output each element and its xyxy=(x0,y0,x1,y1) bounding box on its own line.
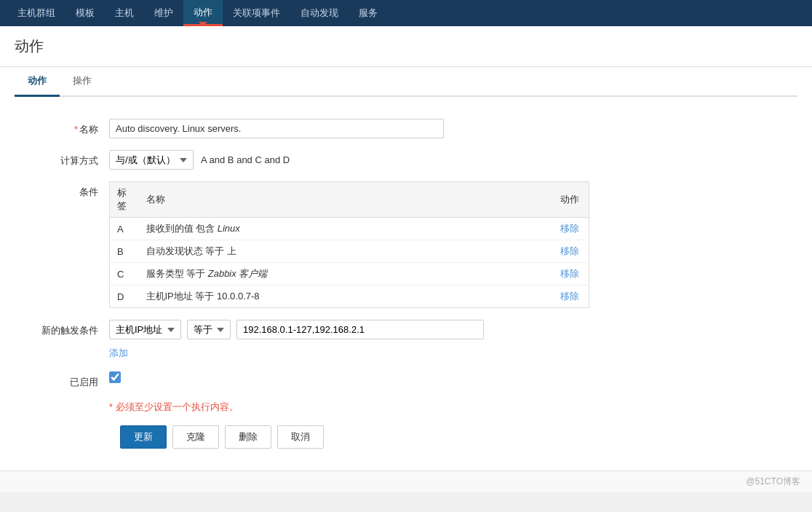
calc-select[interactable]: 与/或（默认） xyxy=(109,150,194,170)
name-row: *名称 xyxy=(15,119,797,138)
calc-control: 与/或（默认） A and B and C and D xyxy=(109,150,797,170)
calc-label: 计算方式 xyxy=(15,150,109,168)
tab-operations[interactable]: 操作 xyxy=(60,67,105,97)
top-navigation: 主机群组 模板 主机 维护 动作 关联项事件 自动发现 服务 xyxy=(0,0,812,26)
footer: @51CTO博客 xyxy=(0,470,812,492)
warning-row: * 必须至少设置一个执行内容。 xyxy=(15,401,797,414)
col-header-tag: 标签 xyxy=(110,182,139,218)
col-header-action: 动作 xyxy=(553,182,589,218)
name-control xyxy=(109,119,797,138)
delete-button[interactable]: 删除 xyxy=(225,425,271,449)
enabled-control xyxy=(109,371,797,383)
table-row: B 自动发现状态 等于 上 移除 xyxy=(110,240,589,263)
content-area: 动作 操作 *名称 计算方式 与/或（默认） A and B and C and… xyxy=(0,67,812,470)
trigger-value-input[interactable] xyxy=(236,320,484,339)
enabled-label: 已启用 xyxy=(15,371,109,389)
calc-formula: A and B and C and D xyxy=(201,154,290,165)
nav-item-templates[interactable]: 模板 xyxy=(65,0,105,26)
conditions-label: 条件 xyxy=(15,181,109,199)
tag-a: A xyxy=(110,218,139,240)
button-row: 更新 克隆 删除 取消 xyxy=(15,425,797,449)
table-row: D 主机IP地址 等于 10.0.0.7-8 移除 xyxy=(110,285,589,308)
condition-b: 自动发现状态 等于 上 xyxy=(139,240,553,263)
page-title-bar: 动作 xyxy=(0,26,812,67)
nav-item-actions[interactable]: 动作 xyxy=(183,0,223,26)
name-label: *名称 xyxy=(15,119,109,136)
add-trigger-button[interactable]: 添加 xyxy=(109,347,128,358)
remove-b-button[interactable]: 移除 xyxy=(560,245,579,256)
nav-item-hosts[interactable]: 主机 xyxy=(105,0,144,26)
trigger-type-select[interactable]: 主机IP地址 xyxy=(109,320,181,339)
warning-control: * 必须至少设置一个执行内容。 xyxy=(109,401,797,414)
calc-row: 计算方式 与/或（默认） A and B and C and D xyxy=(15,150,797,170)
nav-item-services[interactable]: 服务 xyxy=(349,0,388,26)
nav-item-hostgroups[interactable]: 主机群组 xyxy=(7,0,65,26)
new-trigger-row: 新的触发条件 主机IP地址 等于 添加 xyxy=(15,320,797,360)
warning-text: * 必须至少设置一个执行内容。 xyxy=(109,401,239,412)
tag-b: B xyxy=(110,240,139,263)
enabled-row: 已启用 xyxy=(15,371,797,389)
new-trigger-control: 主机IP地址 等于 添加 xyxy=(109,320,797,360)
trigger-operator-select[interactable]: 等于 xyxy=(187,320,231,339)
nav-item-correlation[interactable]: 关联项事件 xyxy=(223,0,290,26)
update-button[interactable]: 更新 xyxy=(120,425,167,449)
remove-b-cell: 移除 xyxy=(553,240,589,263)
conditions-control: 标签 名称 动作 A 接收到的值 包含 Linux 移除 B xyxy=(109,181,797,308)
remove-a-cell: 移除 xyxy=(553,218,589,240)
nav-item-maintenance[interactable]: 维护 xyxy=(144,0,183,26)
name-input[interactable] xyxy=(109,119,444,138)
conditions-row: 条件 标签 名称 动作 A 接收到的值 包含 Linux xyxy=(15,181,797,308)
required-star: * xyxy=(74,124,78,135)
new-trigger-label: 新的触发条件 xyxy=(15,320,109,337)
remove-d-button[interactable]: 移除 xyxy=(560,291,579,302)
remove-a-button[interactable]: 移除 xyxy=(560,223,579,234)
enabled-checkbox[interactable] xyxy=(109,371,121,383)
clone-button[interactable]: 克隆 xyxy=(172,425,219,449)
remove-c-button[interactable]: 移除 xyxy=(560,268,579,279)
cancel-button[interactable]: 取消 xyxy=(277,425,324,449)
form: *名称 计算方式 与/或（默认） A and B and C and D 条件 xyxy=(15,111,797,456)
tab-actions[interactable]: 动作 xyxy=(15,67,60,97)
conditions-table: 标签 名称 动作 A 接收到的值 包含 Linux 移除 B xyxy=(109,181,589,308)
footer-text: @51CTO博客 xyxy=(746,476,800,487)
page-title: 动作 xyxy=(15,36,797,56)
tag-c: C xyxy=(110,263,139,285)
remove-c-cell: 移除 xyxy=(553,263,589,285)
nav-item-autodiscovery[interactable]: 自动发现 xyxy=(290,0,349,26)
tab-bar: 动作 操作 xyxy=(15,67,797,97)
col-header-name: 名称 xyxy=(139,182,553,218)
condition-c: 服务类型 等于 Zabbix 客户端 xyxy=(139,263,553,285)
condition-d: 主机IP地址 等于 10.0.0.7-8 xyxy=(139,285,553,308)
tag-d: D xyxy=(110,285,139,308)
remove-d-cell: 移除 xyxy=(553,285,589,308)
table-row: C 服务类型 等于 Zabbix 客户端 移除 xyxy=(110,263,589,285)
condition-a: 接收到的值 包含 Linux xyxy=(139,218,553,240)
table-row: A 接收到的值 包含 Linux 移除 xyxy=(110,218,589,240)
